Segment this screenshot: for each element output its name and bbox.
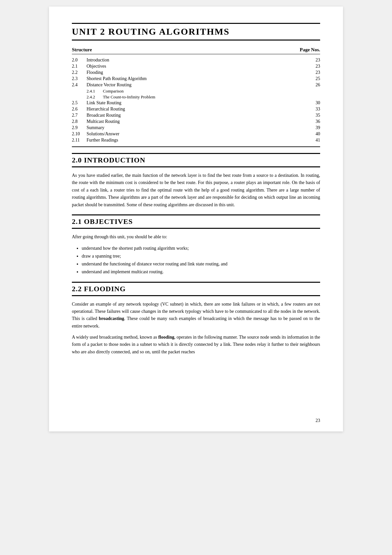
- toc-num: 2.10: [72, 131, 87, 137]
- objectives-intro: After going through this unit, you shoul…: [72, 233, 320, 241]
- toc-num: 2.4: [72, 82, 87, 88]
- toc-title: Distance Vector Routing: [87, 82, 307, 88]
- toc-row-2-7: 2.7 Broadcast Routing 35: [72, 113, 320, 118]
- toc-sub-title: The Count-to-Infinity Problem: [103, 94, 155, 100]
- objectives-section-header: 2.1 OBJECTIVES: [72, 214, 320, 229]
- toc-title: Flooding: [87, 70, 307, 75]
- toc-num: 2.11: [72, 138, 87, 143]
- toc-section: Structure Page Nos. 2.0 Introduction 23 …: [72, 47, 320, 147]
- toc-title: Link State Routing: [87, 100, 307, 106]
- toc-title: Broadcast Routing: [87, 113, 307, 118]
- toc-num: 2.6: [72, 107, 87, 112]
- flooding-para2-pre: A widely used broadcasting method, known…: [72, 335, 158, 340]
- toc-num: 2.3: [72, 76, 87, 81]
- toc-row-2-11: 2.11 Further Readings 41: [72, 138, 320, 143]
- flooding-section-header: 2.2 FLOODING: [72, 282, 320, 296]
- toc-title: Objectives: [87, 64, 307, 69]
- toc-num: 2.8: [72, 119, 87, 124]
- intro-heading: 2.0 INTRODUCTION: [72, 156, 320, 164]
- toc-row-2-2: 2.2 Flooding 23: [72, 70, 320, 75]
- toc-page: 41: [307, 138, 320, 143]
- flooding-para1: Consider an example of any network topol…: [72, 301, 320, 330]
- list-item: draw a spanning tree;: [82, 252, 320, 260]
- toc-row-2-3: 2.3 Shortest Path Routing Algorithm 25: [72, 76, 320, 81]
- list-item: understand how the shortest path routing…: [82, 244, 320, 252]
- toc-sub-2-4-1: 2.4.1 Comparison: [87, 89, 320, 94]
- toc-page: 30: [307, 100, 320, 106]
- structure-header: Structure Page Nos.: [72, 47, 320, 54]
- toc-sub-2-4-2: 2.4.2 The Count-to-Infinity Problem: [87, 94, 320, 100]
- toc-page: 36: [307, 119, 320, 124]
- toc-page: 40: [307, 131, 320, 137]
- toc-num: 2.9: [72, 125, 87, 130]
- toc-page: 23: [307, 58, 320, 63]
- toc-page: 26: [307, 82, 320, 88]
- toc-row-2-4: 2.4 Distance Vector Routing 26: [72, 82, 320, 88]
- page-number: 23: [316, 418, 320, 423]
- toc-title: Further Readings: [87, 138, 307, 143]
- list-item: understand the functioning of distance v…: [82, 260, 320, 268]
- toc-row-2-5: 2.5 Link State Routing 30: [72, 100, 320, 106]
- toc-sub-num: 2.4.1: [87, 89, 103, 94]
- toc-page: 23: [307, 70, 320, 75]
- toc-row-2-9: 2.9 Summary 39: [72, 125, 320, 130]
- objectives-heading: 2.1 OBJECTIVES: [72, 217, 320, 226]
- toc-page: 39: [307, 125, 320, 130]
- toc-page: 25: [307, 76, 320, 81]
- flooding-bold-flooding: flooding: [158, 335, 174, 340]
- unit-title: UNIT 2 ROUTING ALGORITHMS: [72, 23, 320, 41]
- toc-page: 33: [307, 107, 320, 112]
- flooding-para2: A widely used broadcasting method, known…: [72, 334, 320, 356]
- structure-col2-label: Page Nos.: [300, 47, 320, 53]
- flooding-heading: 2.2 FLOODING: [72, 285, 320, 293]
- toc-sub-num: 2.4.2: [87, 94, 103, 100]
- list-item: understand and implement multicast routi…: [82, 268, 320, 276]
- toc-page: 35: [307, 113, 320, 118]
- toc-row-2-1: 2.1 Objectives 23: [72, 64, 320, 69]
- toc-title: Solutions/Answer: [87, 131, 307, 137]
- toc-num: 2.2: [72, 70, 87, 75]
- toc-title: Multicast Routing: [87, 119, 307, 124]
- intro-section-header: 2.0 INTRODUCTION: [72, 153, 320, 167]
- toc-title: Summary: [87, 125, 307, 130]
- toc-page: 23: [307, 64, 320, 69]
- toc-title: Hierarchical Routing: [87, 107, 307, 112]
- toc-num: 2.1: [72, 64, 87, 69]
- objectives-list: understand how the shortest path routing…: [82, 244, 320, 276]
- intro-body: As you have studied earlier, the main fu…: [72, 172, 320, 209]
- toc-row-2-6: 2.6 Hierarchical Routing 33: [72, 107, 320, 112]
- toc-title: Introduction: [87, 58, 307, 63]
- toc-num: 2.0: [72, 58, 87, 63]
- toc-title: Shortest Path Routing Algorithm: [87, 76, 307, 81]
- toc-row-2-8: 2.8 Multicast Routing 36: [72, 119, 320, 124]
- toc-sub-title: Comparison: [103, 89, 124, 94]
- toc-row-2-0: 2.0 Introduction 23: [72, 58, 320, 63]
- flooding-bold-broadcasting: broadcasting: [99, 316, 124, 321]
- page: UNIT 2 ROUTING ALGORITHMS Structure Page…: [49, 7, 343, 431]
- toc-row-2-10: 2.10 Solutions/Answer 40: [72, 131, 320, 137]
- toc-num: 2.5: [72, 100, 87, 106]
- structure-col1-label: Structure: [72, 47, 92, 53]
- toc-num: 2.7: [72, 113, 87, 118]
